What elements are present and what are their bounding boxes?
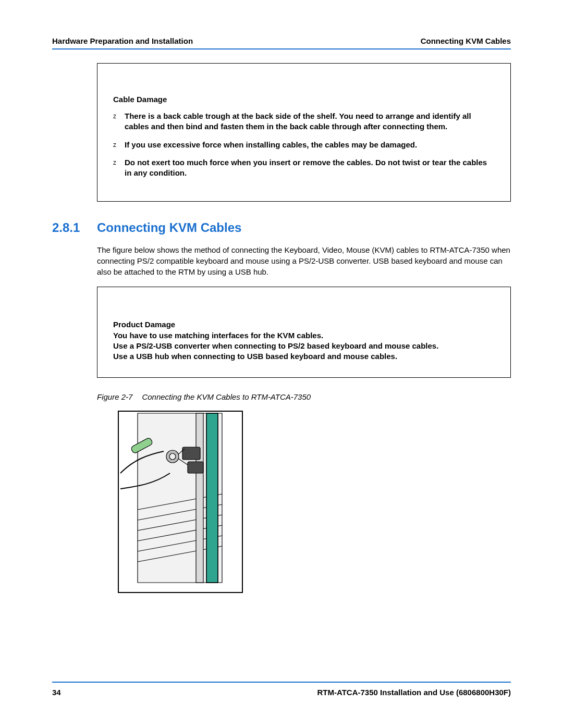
list-item-text: There is a back cable trough at the back… [125,112,471,131]
product-damage-notice: Product Damage You have to use matching … [97,287,511,378]
section-heading: 2.8.1 Connecting KVM Cables [97,220,511,235]
header-left: Hardware Preparation and Installation [52,36,193,45]
page: Hardware Preparation and Installation Co… [0,0,563,728]
figure-label: Figure 2-7 [97,392,132,401]
section-number: 2.8.1 [52,220,97,235]
footer-rule [52,682,511,683]
header-right: Connecting KVM Cables [421,36,511,45]
content-area: Cable Damage zThere is a back cable trou… [97,63,511,595]
notice-line: You have to use matching interfaces for … [113,330,495,341]
header-rule [52,48,511,50]
list-item: zDo not exert too much force when you in… [113,157,495,179]
svg-rect-16 [188,462,203,473]
svg-point-14 [169,453,176,460]
page-number: 34 [52,688,61,697]
footer-row: 34 RTM-ATCA-7350 Installation and Use (6… [52,688,511,697]
svg-rect-8 [196,413,203,583]
doc-title: RTM-ATCA-7350 Installation and Use (6806… [317,688,511,697]
cable-damage-notice: Cable Damage zThere is a back cable trou… [97,63,511,202]
list-item-text: If you use excessive force when installi… [125,140,417,149]
kvm-cable-diagram [118,411,243,593]
bullet-marker: z [113,158,116,167]
notice-title: Product Damage [113,319,495,330]
body-paragraph: The figure below shows the method of con… [97,244,511,277]
figure-caption-text: Connecting the KVM Cables to RTM-ATCA-73… [142,392,311,401]
list-item: zIf you use excessive force when install… [113,140,495,150]
notice-list: zThere is a back cable trough at the bac… [113,111,495,178]
notice-line: Use a USB hub when connecting to USB bas… [113,351,495,362]
list-item-text: Do not exert too much force when you ins… [125,158,487,177]
figure-illustration [118,411,511,595]
bullet-marker: z [113,112,116,120]
svg-rect-15 [182,447,200,460]
bullet-marker: z [113,141,116,149]
notice-line: Use a PS/2-USB converter when connecting… [113,341,495,351]
notice-title: Cable Damage [113,95,495,104]
svg-rect-9 [206,413,218,583]
running-header: Hardware Preparation and Installation Co… [52,36,511,48]
footer: 34 RTM-ATCA-7350 Installation and Use (6… [52,682,511,697]
figure-caption: Figure 2-7Connecting the KVM Cables to R… [97,392,511,401]
list-item: zThere is a back cable trough at the bac… [113,111,495,132]
section-title: Connecting KVM Cables [97,220,241,235]
